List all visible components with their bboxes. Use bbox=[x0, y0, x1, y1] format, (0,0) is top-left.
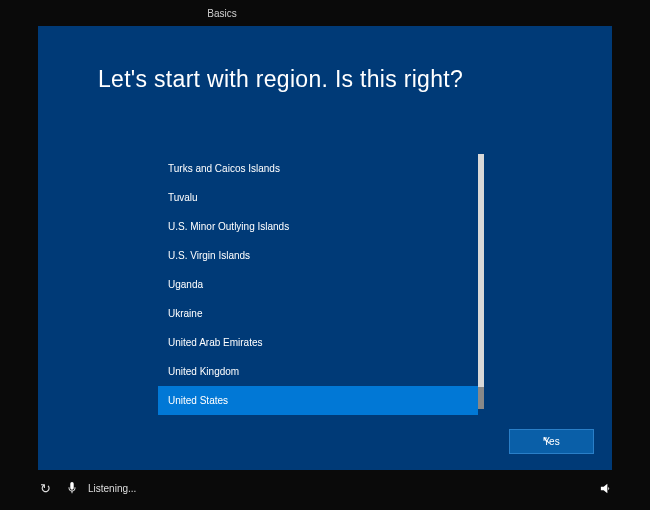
region-item[interactable]: United Arab Emirates bbox=[158, 328, 478, 357]
region-item[interactable]: U.S. Virgin Islands bbox=[158, 241, 478, 270]
scrollbar-thumb[interactable] bbox=[478, 387, 484, 409]
ease-of-access-icon[interactable]: ↻ bbox=[38, 481, 52, 495]
bottom-bar: ↻ Listening... bbox=[38, 476, 612, 500]
region-list[interactable]: Turks and Caicos IslandsTuvaluU.S. Minor… bbox=[158, 154, 478, 415]
region-item[interactable]: United States bbox=[158, 386, 478, 415]
yes-button[interactable]: ↖ Yes bbox=[509, 429, 594, 454]
region-item[interactable]: United Kingdom bbox=[158, 357, 478, 386]
cursor-icon: ↖ bbox=[542, 434, 551, 447]
page-title: Let's start with region. Is this right? bbox=[98, 66, 582, 93]
main-pane: Let's start with region. Is this right? … bbox=[38, 26, 612, 470]
region-item[interactable]: Ukraine bbox=[158, 299, 478, 328]
cortana-status: Listening... bbox=[88, 483, 136, 494]
region-item[interactable]: Tuvalu bbox=[158, 183, 478, 212]
region-item[interactable]: Turks and Caicos Islands bbox=[158, 154, 478, 183]
tab-basics[interactable]: Basics bbox=[172, 8, 272, 24]
region-list-container: Turks and Caicos IslandsTuvaluU.S. Minor… bbox=[158, 154, 478, 414]
microphone-icon[interactable] bbox=[66, 482, 78, 494]
region-item[interactable]: U.S. Minor Outlying Islands bbox=[158, 212, 478, 241]
scrollbar-track[interactable] bbox=[478, 154, 484, 409]
volume-icon[interactable] bbox=[598, 481, 612, 495]
region-item[interactable]: Uganda bbox=[158, 270, 478, 299]
